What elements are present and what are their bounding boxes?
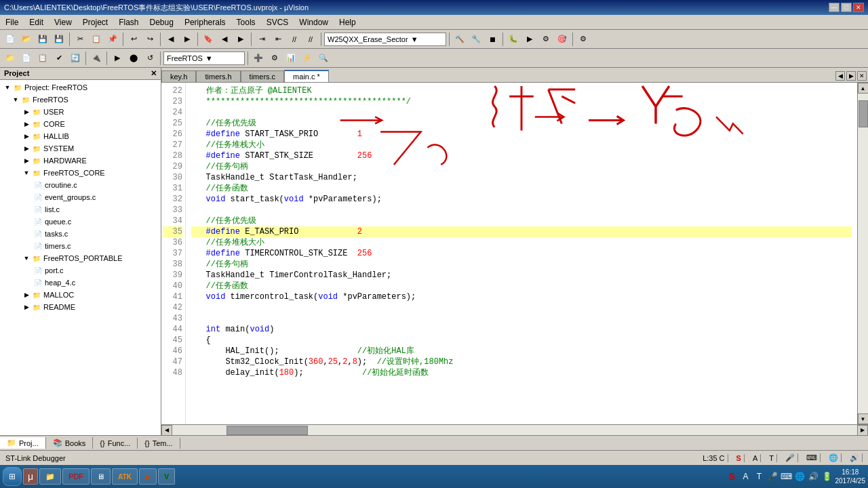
debug-button[interactable]: 🐛 <box>506 32 521 47</box>
scroll-down-button[interactable]: ▼ <box>858 413 869 424</box>
atk-btn[interactable]: 🔌 <box>89 51 104 66</box>
hallib-toggle-icon[interactable]: ▶ <box>22 131 31 141</box>
tab-main-c[interactable]: main.c * <box>284 70 329 82</box>
options-button[interactable]: ⚙ <box>538 32 553 47</box>
tree-user[interactable]: ▶ 📁 USER <box>0 106 161 118</box>
tree-hardware[interactable]: ▶ 📁 HARDWARE <box>0 155 161 167</box>
bottom-tab-books[interactable]: 📚 Books <box>46 437 94 449</box>
menu-window[interactable]: Window <box>294 16 334 28</box>
rtos-cfg-btn[interactable]: ⚙ <box>267 51 282 66</box>
run2-btn[interactable]: ▶ <box>110 51 125 66</box>
cut-button[interactable]: ✂ <box>73 32 87 47</box>
run-button[interactable]: ▶ <box>522 32 537 47</box>
menu-tools[interactable]: Tools <box>231 16 261 28</box>
hardware-toggle-icon[interactable]: ▶ <box>22 156 31 165</box>
tree-root[interactable]: ▼ 📁 Project: FreeRTOS <box>0 81 161 94</box>
scroll-up-button[interactable]: ▲ <box>858 83 869 94</box>
minimize-button[interactable]: — <box>829 3 840 12</box>
tab-close-button[interactable]: ✕ <box>857 71 867 81</box>
tree-freertos[interactable]: ▼ 📁 FreeRTOS <box>0 94 161 106</box>
menu-peripherals[interactable]: Peripherals <box>179 16 231 28</box>
hscroll-thumb[interactable] <box>226 426 308 435</box>
tree-timers-c[interactable]: 📄 timers.c <box>0 240 161 252</box>
bottom-tab-proj[interactable]: 📁 Proj... <box>0 437 46 449</box>
hscroll-right-button[interactable]: ▶ <box>857 425 868 436</box>
stop-button[interactable]: ⏹ <box>485 32 500 47</box>
nav-back-button[interactable]: ◀ <box>163 32 178 47</box>
tree-event-groups[interactable]: 📄 event_groups.c <box>0 191 161 203</box>
tree-hallib[interactable]: ▶ 📁 HALLIB <box>0 130 161 142</box>
build-button[interactable]: 🔨 <box>452 32 467 47</box>
freertos-portable-toggle-icon[interactable]: ▼ <box>22 253 31 263</box>
reset-btn[interactable]: ↺ <box>142 51 157 66</box>
save-all-button[interactable]: 💾 <box>52 32 66 47</box>
tree-freertos-core[interactable]: ▼ 📁 FreeRTOS_CORE <box>0 167 161 179</box>
taskbar-app-atk[interactable]: ATK <box>112 468 138 485</box>
template-btn[interactable]: 📋 <box>35 51 50 66</box>
uncomment-button[interactable]: // <box>303 32 318 47</box>
paste-button[interactable]: 📌 <box>105 32 120 47</box>
close-button[interactable]: ✕ <box>853 3 864 12</box>
rtos-add-btn[interactable]: ➕ <box>251 51 266 66</box>
hscroll-track[interactable] <box>172 425 857 435</box>
code-content[interactable]: 作者：正点原子 @ALIENTEK **********************… <box>186 83 857 424</box>
redo-button[interactable]: ↪ <box>142 32 157 47</box>
tree-croutine[interactable]: 📄 croutine.c <box>0 179 161 191</box>
malloc-toggle-icon[interactable]: ▶ <box>22 290 31 300</box>
readme-toggle-icon[interactable]: ▶ <box>22 302 31 312</box>
tree-malloc[interactable]: ▶ 📁 MALLOC <box>0 289 161 301</box>
save-button[interactable]: 💾 <box>35 32 50 47</box>
comment-button[interactable]: // <box>287 32 302 47</box>
core-toggle-icon[interactable]: ▶ <box>22 119 31 129</box>
copy-button[interactable]: 📋 <box>89 32 104 47</box>
taskbar-app-ppt[interactable]: ▶ <box>139 468 157 485</box>
files-btn[interactable]: 📄 <box>19 51 34 66</box>
check-btn[interactable]: ✔ <box>52 51 66 66</box>
tree-queue[interactable]: 📄 queue.c <box>0 216 161 228</box>
target-options-button[interactable]: 🎯 <box>555 32 570 47</box>
tree-port[interactable]: 📄 port.c <box>0 264 161 277</box>
scrollbar-track[interactable] <box>858 94 868 413</box>
tab-scroll-right-button[interactable]: ▶ <box>846 71 856 81</box>
rtos-event-btn[interactable]: ⚡ <box>300 51 315 66</box>
scrollbar-thumb[interactable] <box>859 100 868 127</box>
taskbar-app-explorer[interactable]: 📁 <box>39 468 61 485</box>
taskbar-app-extra[interactable]: V <box>158 468 175 485</box>
bookmark-next-button[interactable]: ▶ <box>233 32 248 47</box>
new-file-button[interactable]: 📄 <box>3 32 18 47</box>
freertos-toggle-icon[interactable]: ▼ <box>11 95 20 104</box>
tab-scroll-left-button[interactable]: ◀ <box>835 71 845 81</box>
rtos-extra-btn[interactable]: 🔍 <box>316 51 331 66</box>
bottom-tab-tem[interactable]: {} Tem... <box>138 438 180 449</box>
unindent-button[interactable]: ⇤ <box>271 32 285 47</box>
tab-key-h[interactable]: key.h <box>161 70 196 82</box>
menu-svcs[interactable]: SVCS <box>261 16 294 28</box>
user-toggle-icon[interactable]: ▶ <box>22 107 31 117</box>
taskbar-app-files[interactable]: 🖥 <box>91 468 111 485</box>
tab-timers-h[interactable]: timers.h <box>196 70 240 82</box>
rebuild-button[interactable]: 🔧 <box>469 32 484 47</box>
proj-btn[interactable]: 📁 <box>3 51 18 66</box>
menu-flash[interactable]: Flash <box>113 16 144 28</box>
tree-core[interactable]: ▶ 📁 CORE <box>0 118 161 130</box>
maximize-button[interactable]: □ <box>841 3 852 12</box>
bottom-tab-func[interactable]: {} Func... <box>93 438 138 449</box>
indent-button[interactable]: ⇥ <box>254 32 269 47</box>
open-button[interactable]: 📂 <box>19 32 34 47</box>
menu-help[interactable]: Help <box>334 16 361 28</box>
target-dropdown[interactable]: W25QXX_Erase_Sector ▼ <box>324 33 446 46</box>
menu-view[interactable]: View <box>49 16 77 28</box>
taskbar-app-keil[interactable]: μ <box>23 468 38 485</box>
root-toggle-icon[interactable]: ▼ <box>3 83 12 92</box>
bookmark-prev-button[interactable]: ◀ <box>217 32 232 47</box>
freertos-core-toggle-icon[interactable]: ▼ <box>22 168 31 178</box>
loop-btn[interactable]: 🔄 <box>68 51 83 66</box>
tree-list[interactable]: 📄 list.c <box>0 203 161 216</box>
rtos-monitor-btn[interactable]: 📊 <box>283 51 298 66</box>
system-toggle-icon[interactable]: ▶ <box>22 144 31 153</box>
menu-debug[interactable]: Debug <box>144 16 179 28</box>
tree-heap4[interactable]: 📄 heap_4.c <box>0 277 161 289</box>
settings-button[interactable]: ⚙ <box>576 32 591 47</box>
tree-readme[interactable]: ▶ 📁 README <box>0 301 161 313</box>
rtos-dropdown[interactable]: FreeRTOS ▼ <box>163 52 245 65</box>
